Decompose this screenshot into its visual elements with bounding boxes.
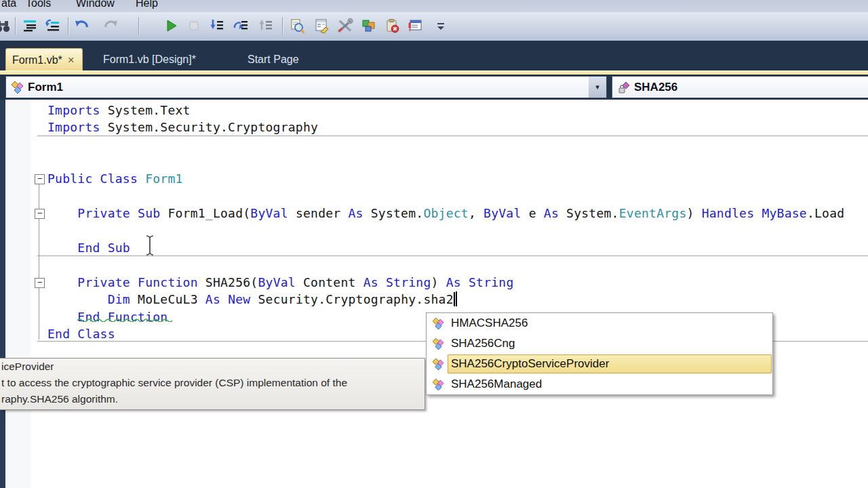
- object-browser-icon[interactable]: [359, 16, 378, 36]
- toolbar-separator: [68, 17, 68, 35]
- warning-squiggle: [77, 318, 172, 322]
- code-token: ): [431, 275, 446, 289]
- completion-item[interactable]: HMACSHA256: [427, 313, 772, 333]
- tab-form1-vb[interactable]: Form1.vb* ×: [5, 48, 83, 71]
- class-icon: [433, 359, 444, 370]
- code-token: End Sub: [47, 241, 130, 255]
- step-into-icon[interactable]: [208, 16, 226, 36]
- error-list-icon[interactable]: [382, 16, 401, 36]
- toolbar: [0, 12, 868, 41]
- toolbar-separator: [138, 17, 139, 35]
- code-token: Security.Cryptography.sha2: [250, 292, 453, 306]
- completion-label: SHA256Cng: [451, 337, 515, 350]
- code-line[interactable]: Public Class Form1: [47, 171, 183, 186]
- completion-item[interactable]: SHA256CryptoServiceProvider: [427, 354, 772, 374]
- code-line[interactable]: End Sub: [47, 241, 130, 255]
- code-token: Public Class: [47, 171, 138, 186]
- code-token: Private Function: [47, 275, 198, 289]
- toolbar-separator: [15, 17, 16, 35]
- types-dropdown-arrow[interactable]: ▾: [589, 76, 607, 98]
- code-token: String: [386, 275, 431, 289]
- code-line[interactable]: Private Sub Form1_Load(ByVal sender As S…: [47, 206, 844, 220]
- code-token: Imports: [47, 103, 100, 117]
- undo-icon[interactable]: [72, 16, 91, 36]
- solution-explorer-icon[interactable]: [288, 16, 307, 36]
- procedure-separator: [37, 256, 868, 256]
- class-icon: [433, 318, 444, 329]
- fold-toggle-sub[interactable]: −: [35, 209, 45, 219]
- editor-navigation-bar: Form1 ▾ SHA256: [0, 75, 868, 100]
- code-token: [754, 206, 762, 220]
- code-line[interactable]: Imports System.Text: [47, 103, 191, 117]
- redo-icon[interactable]: [102, 16, 121, 36]
- toolbox-icon[interactable]: [336, 16, 355, 36]
- completion-label: HMACSHA256: [451, 317, 528, 330]
- selected-member: SHA256: [634, 81, 677, 94]
- fold-toggle-class[interactable]: −: [35, 174, 45, 184]
- completion-tooltip: iceProvider t to access the cryptographi…: [0, 358, 425, 410]
- private-method-icon: [618, 81, 630, 94]
- start-debugging-icon[interactable]: [161, 16, 180, 36]
- code-token: Form1: [145, 171, 182, 186]
- tab-start-page[interactable]: Start Page: [248, 48, 299, 70]
- chevron-down-icon: ▾: [595, 83, 599, 92]
- menu-item-help[interactable]: Help: [136, 0, 158, 9]
- code-token: ,: [469, 206, 484, 220]
- step-over-icon[interactable]: [232, 16, 251, 36]
- tooltip-line: iceProvider: [1, 361, 54, 373]
- insertion-caret: [454, 292, 455, 306]
- code-token: As: [446, 275, 461, 289]
- members-dropdown[interactable]: SHA256: [612, 76, 868, 98]
- code-token: String: [469, 275, 514, 289]
- class-icon: [433, 379, 444, 390]
- menu-item-tools[interactable]: Tools: [26, 0, 51, 9]
- code-token: [138, 171, 145, 186]
- code-token: As: [363, 275, 378, 289]
- toolbar-overflow-icon[interactable]: [431, 16, 450, 36]
- step-out-icon[interactable]: [256, 16, 275, 36]
- indent-icon[interactable]: [20, 16, 39, 36]
- completion-label: SHA256Managed: [451, 378, 542, 391]
- tab-form1-vb-design[interactable]: Form1.vb [Design]*: [103, 48, 196, 70]
- code-token: sender: [288, 206, 349, 220]
- tooltip-line: t to access the cryptographic service pr…: [1, 377, 347, 389]
- code-line[interactable]: Dim MoLeCuL3 As New Security.Cryptograph…: [47, 292, 455, 306]
- text-caret: [456, 291, 457, 306]
- code-token: Content: [296, 275, 363, 289]
- code-token: End Class: [47, 327, 115, 341]
- immediate-window-icon[interactable]: [406, 16, 425, 36]
- code-line[interactable]: Private Function SHA256(ByVal Content As…: [47, 275, 514, 289]
- code-line[interactable]: End Class: [47, 327, 115, 341]
- stop-icon[interactable]: [184, 16, 203, 36]
- code-token: Private Sub: [47, 206, 160, 220]
- close-icon[interactable]: ×: [68, 54, 75, 66]
- completion-label: SHA256CryptoServiceProvider: [451, 357, 609, 371]
- code-token: e: [521, 206, 544, 220]
- code-line[interactable]: Imports System.Security.Cryptography: [47, 120, 318, 134]
- class-icon: [433, 338, 444, 350]
- vs2010-window: { "menu": { "items": [ {"label":"ata"}, …: [0, 0, 868, 488]
- toolbar-separator: [282, 17, 283, 35]
- completion-item[interactable]: SHA256Cng: [427, 333, 772, 354]
- code-token: ByVal: [258, 275, 295, 289]
- code-token: Dim: [47, 292, 130, 306]
- code-token: EventArgs: [619, 206, 687, 220]
- find-icon[interactable]: [0, 16, 12, 36]
- indicator-margin: [5, 100, 31, 488]
- tab-label: Start Page: [248, 54, 299, 66]
- fold-toggle-function[interactable]: −: [35, 278, 45, 288]
- properties-window-icon[interactable]: [312, 16, 331, 36]
- class-icon: [12, 81, 24, 94]
- completion-item[interactable]: SHA256Managed: [427, 374, 772, 394]
- menu-item-data[interactable]: ata: [1, 0, 16, 9]
- outdent-icon[interactable]: [43, 16, 62, 36]
- code-token: SHA256(: [198, 275, 258, 289]
- code-token: Object: [423, 206, 469, 220]
- code-token: .Load: [807, 206, 844, 220]
- window-edge: [0, 100, 5, 488]
- types-dropdown[interactable]: Form1: [5, 76, 590, 98]
- selected-type: Form1: [28, 81, 63, 94]
- menu-item-window[interactable]: Window: [76, 0, 115, 9]
- procedure-separator: [37, 136, 868, 136]
- code-token: As: [544, 206, 559, 220]
